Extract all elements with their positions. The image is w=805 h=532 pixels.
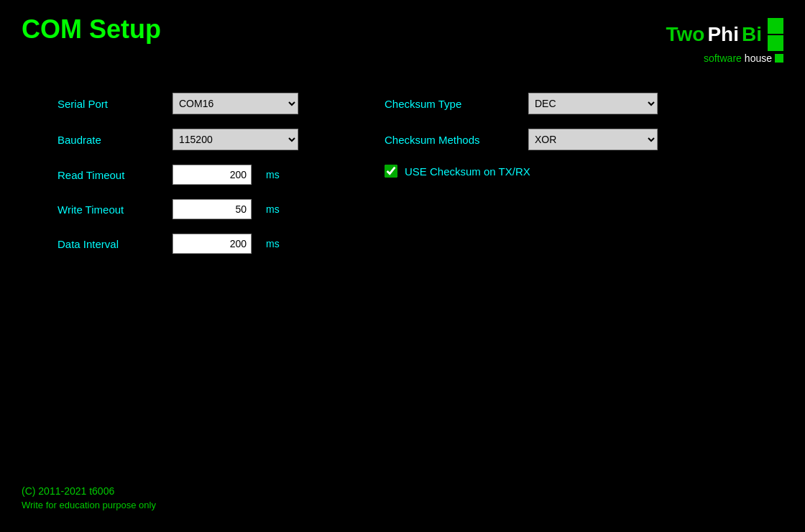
checksum-type-row: Checksum Type DEC HEX BIN bbox=[385, 93, 658, 114]
logo-phi: Phi bbox=[707, 23, 739, 46]
footer: (C) 2011-2021 t6006 Write for education … bbox=[22, 485, 156, 510]
use-checksum-row: USE Checksum on TX/RX bbox=[385, 165, 658, 178]
logo-small-square bbox=[775, 54, 783, 63]
logo-square-top bbox=[768, 18, 783, 34]
read-timeout-ms: ms bbox=[266, 169, 280, 180]
write-timeout-label: Write Timeout bbox=[58, 203, 158, 216]
use-checksum-label: USE Checksum on TX/RX bbox=[405, 165, 530, 178]
data-interval-row: Data Interval ms bbox=[58, 234, 298, 254]
use-checksum-checkbox[interactable] bbox=[385, 165, 397, 178]
baudrate-select[interactable]: 115200 9600 19200 38400 57600 bbox=[172, 129, 298, 150]
checksum-methods-select[interactable]: XOR AND OR SUM bbox=[528, 129, 658, 150]
logo-house: house bbox=[745, 52, 772, 64]
page-title: COM Setup bbox=[22, 14, 161, 45]
write-timeout-row: Write Timeout ms bbox=[58, 199, 298, 219]
data-interval-label: Data Interval bbox=[58, 238, 158, 250]
logo-squares bbox=[768, 18, 783, 51]
checksum-methods-row: Checksum Methods XOR AND OR SUM bbox=[385, 129, 658, 150]
checksum-type-label: Checksum Type bbox=[385, 98, 514, 110]
serial-port-row: Serial Port COM16 COM1 COM2 COM3 COM4 bbox=[58, 93, 298, 114]
footer-copyright: (C) 2011-2021 t6006 bbox=[22, 485, 156, 497]
read-timeout-input[interactable] bbox=[172, 165, 252, 185]
data-interval-ms: ms bbox=[266, 238, 280, 249]
footer-tagline: Write for education purpose only bbox=[22, 500, 156, 510]
serial-port-label: Serial Port bbox=[58, 98, 158, 110]
logo-two: Two bbox=[666, 23, 705, 46]
left-panel: Serial Port COM16 COM1 COM2 COM3 COM4 Ba… bbox=[58, 93, 298, 254]
data-interval-input[interactable] bbox=[172, 234, 252, 254]
write-timeout-ms: ms bbox=[266, 203, 280, 215]
baudrate-row: Baudrate 115200 9600 19200 38400 57600 bbox=[58, 129, 298, 150]
logo-bi: Bi bbox=[742, 23, 762, 46]
checksum-methods-label: Checksum Methods bbox=[385, 134, 514, 146]
baudrate-label: Baudrate bbox=[58, 134, 158, 146]
logo-square-bottom bbox=[768, 35, 783, 51]
checksum-type-select[interactable]: DEC HEX BIN bbox=[528, 93, 658, 114]
write-timeout-input[interactable] bbox=[172, 199, 252, 219]
logo-area: TwoPhiBi softwarehouse bbox=[666, 14, 783, 64]
right-panel: Checksum Type DEC HEX BIN Checksum Metho… bbox=[385, 93, 658, 254]
read-timeout-row: Read Timeout ms bbox=[58, 165, 298, 185]
serial-port-select[interactable]: COM16 COM1 COM2 COM3 COM4 bbox=[172, 93, 298, 114]
logo-software: software bbox=[704, 52, 742, 64]
read-timeout-label: Read Timeout bbox=[58, 169, 158, 181]
